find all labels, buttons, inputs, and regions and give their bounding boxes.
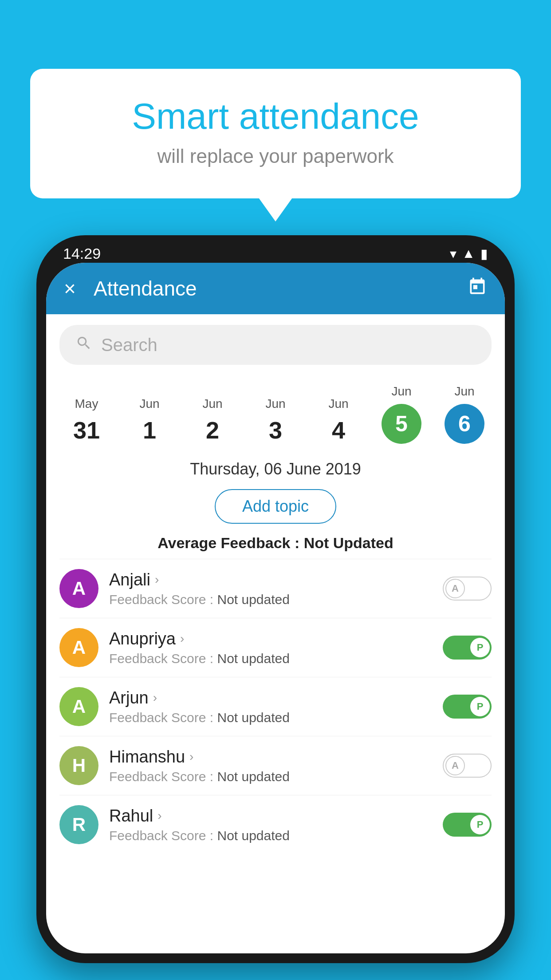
add-topic-button[interactable]: Add topic: [215, 489, 336, 524]
student-info: Arjun › Feedback Score : Not updated: [109, 688, 432, 725]
avatar: A: [59, 628, 98, 667]
date-heading: Thursday, 06 June 2019: [46, 453, 505, 483]
student-list: A Anjali › Feedback Score : Not updated …: [46, 559, 505, 854]
chevron-right-icon: ›: [189, 750, 193, 764]
battery-icon: ▮: [480, 246, 488, 261]
phone-screen: × Attendance Search May 31: [46, 263, 505, 953]
student-feedback: Feedback Score : Not updated: [109, 828, 432, 843]
date-item-5[interactable]: Jun 5: [370, 380, 433, 448]
chevron-right-icon: ›: [155, 573, 159, 587]
student-name: Anjali ›: [109, 570, 432, 589]
search-placeholder: Search: [101, 335, 157, 355]
student-info: Himanshu › Feedback Score : Not updated: [109, 747, 432, 784]
date-item-6[interactable]: Jun 6: [433, 380, 496, 448]
student-name: Himanshu ›: [109, 747, 432, 767]
chevron-right-icon: ›: [153, 691, 157, 705]
status-time: 14:29: [63, 245, 101, 262]
student-name: Anupriya ›: [109, 629, 432, 648]
date-item-4[interactable]: Jun 4: [307, 392, 370, 448]
signal-icon: ▲: [462, 246, 475, 261]
chevron-right-icon: ›: [157, 809, 161, 823]
date-picker[interactable]: May 31 Jun 1 Jun 2 Jun 3 Jun 4 Jun 5: [46, 375, 505, 453]
student-row[interactable]: H Himanshu › Feedback Score : Not update…: [59, 736, 492, 795]
toggle-off[interactable]: A: [443, 577, 492, 601]
speech-bubble: Smart attendance will replace your paper…: [30, 69, 521, 198]
date-item-3[interactable]: Jun 3: [244, 392, 307, 448]
student-row[interactable]: A Arjun › Feedback Score : Not updated P: [59, 677, 492, 736]
search-icon: [75, 335, 92, 356]
status-bar: 14:29 ▾ ▲ ▮: [63, 243, 488, 264]
toggle-on[interactable]: P: [443, 695, 492, 719]
avatar: H: [59, 746, 98, 785]
date-item-1[interactable]: Jun 1: [118, 392, 181, 448]
student-row[interactable]: A Anjali › Feedback Score : Not updated …: [59, 559, 492, 618]
avatar: A: [59, 569, 98, 608]
student-feedback: Feedback Score : Not updated: [109, 769, 432, 784]
student-feedback: Feedback Score : Not updated: [109, 592, 432, 607]
toggle-off[interactable]: A: [443, 754, 492, 778]
status-icons: ▾ ▲ ▮: [450, 246, 488, 261]
toggle-on[interactable]: P: [443, 813, 492, 837]
student-row[interactable]: A Anupriya › Feedback Score : Not update…: [59, 618, 492, 677]
student-feedback: Feedback Score : Not updated: [109, 651, 432, 666]
close-button[interactable]: ×: [64, 277, 76, 300]
app-bar: × Attendance: [46, 263, 505, 314]
avatar: A: [59, 687, 98, 726]
average-feedback: Average Feedback : Not Updated: [46, 530, 505, 559]
avatar: R: [59, 805, 98, 844]
student-info: Anupriya › Feedback Score : Not updated: [109, 629, 432, 666]
speech-bubble-title: Smart attendance: [66, 95, 485, 137]
phone-frame: 14:29 ▾ ▲ ▮ × Attendance Search: [36, 235, 515, 963]
student-name: Arjun ›: [109, 688, 432, 707]
calendar-icon[interactable]: [468, 277, 487, 300]
speech-bubble-subtitle: will replace your paperwork: [66, 145, 485, 167]
app-bar-title: Attendance: [94, 277, 468, 300]
chevron-right-icon: ›: [180, 632, 184, 646]
student-info: Anjali › Feedback Score : Not updated: [109, 570, 432, 607]
wifi-icon: ▾: [450, 246, 457, 261]
toggle-on[interactable]: P: [443, 636, 492, 660]
student-name: Rahul ›: [109, 806, 432, 826]
student-feedback: Feedback Score : Not updated: [109, 710, 432, 725]
student-row[interactable]: R Rahul › Feedback Score : Not updated P: [59, 795, 492, 854]
search-bar[interactable]: Search: [59, 325, 492, 365]
date-item-0[interactable]: May 31: [55, 392, 118, 448]
student-info: Rahul › Feedback Score : Not updated: [109, 806, 432, 843]
date-item-2[interactable]: Jun 2: [181, 392, 244, 448]
